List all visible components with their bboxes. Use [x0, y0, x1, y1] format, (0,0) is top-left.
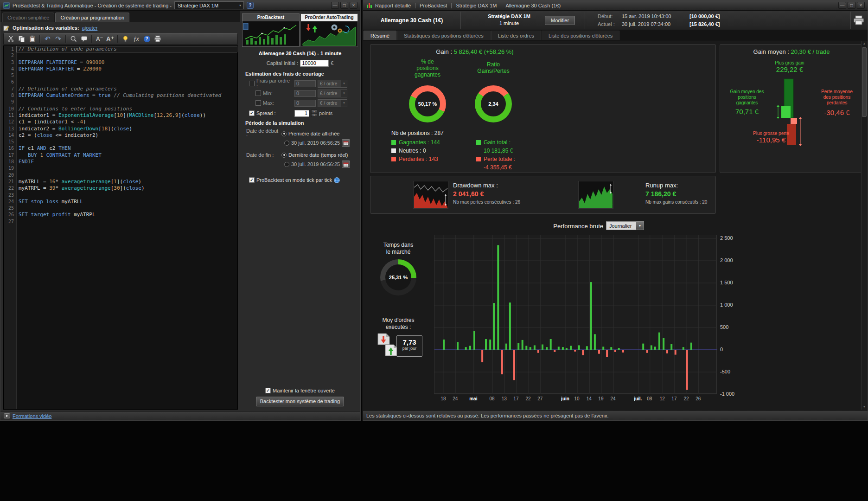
scrollbar-thumb[interactable] — [862, 47, 867, 117]
code-line[interactable]: 27 — [4, 218, 237, 225]
fee-min-unit-select[interactable]: € / ordre▼ — [318, 90, 347, 97]
code-line[interactable]: 21myATRLL = 16* averagetruerange[1](clos… — [4, 179, 237, 185]
scroll-down-icon[interactable]: ▼ — [862, 404, 867, 410]
code-line[interactable]: 22myATRPL = 39* averagetruerange[30](clo… — [4, 185, 237, 192]
perf-bar — [562, 347, 564, 350]
end-last-date-radio[interactable] — [281, 153, 287, 158]
search-icon[interactable] — [69, 34, 78, 43]
code-line[interactable]: 17 BUY 1 CONTRACT AT MARKET — [4, 152, 237, 159]
report-header: Allemagne 30 Cash (1€) Stratégie DAX 1M … — [363, 11, 868, 30]
end-custom-date-radio[interactable] — [284, 162, 289, 167]
code-line[interactable]: 7// Definition of code parameters — [4, 86, 237, 92]
maximize-button[interactable]: □ — [340, 2, 348, 9]
x-axis-label: 10 — [574, 396, 580, 401]
start-custom-date-radio[interactable] — [284, 141, 289, 146]
code-line[interactable]: 1// Definition of code parameters — [4, 46, 237, 52]
font-decrease-icon[interactable]: A⁻ — [95, 34, 104, 43]
fee-max-unit-select[interactable]: € / ordre▼ — [318, 99, 347, 107]
code-line[interactable]: 25 — [4, 205, 237, 212]
code-line[interactable]: 13indicator2 = BollingerDown[18](close) — [4, 126, 237, 132]
code-line[interactable]: 2 — [4, 52, 237, 59]
tab-probacktest[interactable]: ProBacktest — [242, 13, 300, 47]
strategy-selector[interactable]: Stratégie DAX 1M ▼ — [174, 1, 244, 9]
perf-bar — [574, 350, 576, 352]
maximize-button[interactable]: □ — [848, 2, 855, 9]
code-line[interactable]: 23 — [4, 192, 237, 199]
red-square-icon — [391, 157, 396, 161]
minimize-button[interactable]: — — [838, 2, 846, 9]
video-trainings-link[interactable]: Formations vidéo — [13, 413, 51, 419]
code-line[interactable]: 8DEFPARAM CumulateOrders = true // Cumul… — [4, 92, 237, 99]
spread-stepper[interactable]: ▲▼ — [311, 109, 317, 117]
start-calendar-button[interactable] — [342, 139, 350, 147]
print-icon[interactable] — [153, 34, 162, 43]
add-variable-link[interactable]: ajouter — [82, 25, 98, 31]
close-button[interactable]: × — [857, 2, 865, 9]
vertical-scrollbar[interactable]: ▲ ▼ — [861, 41, 867, 410]
keep-open-checkbox[interactable]: ✓ — [265, 388, 271, 393]
capital-input[interactable] — [300, 60, 329, 67]
paste-icon[interactable] — [27, 34, 37, 43]
help-icon[interactable]: ? — [142, 34, 152, 43]
spread-input[interactable] — [294, 110, 309, 117]
print-icon[interactable] — [853, 15, 864, 26]
code-area[interactable]: 1// Definition of code parameters23DEFPA… — [3, 45, 238, 410]
hint-icon[interactable] — [121, 34, 130, 43]
comment-icon[interactable] — [79, 34, 89, 43]
close-button[interactable]: × — [350, 2, 357, 9]
code-line[interactable]: 12c1 = (indicator1 < -4) — [4, 119, 237, 125]
editor-titlebar[interactable]: ProBacktest & Trading Automatique - Créa… — [0, 0, 360, 11]
copy-icon[interactable] — [17, 34, 26, 43]
performance-chart[interactable] — [434, 235, 717, 394]
fee-unit-select[interactable]: € / ordre▼ — [318, 80, 347, 88]
tick-mode-checkbox[interactable]: ✓ — [249, 177, 255, 183]
code-line[interactable]: 9 — [4, 99, 237, 105]
modify-button[interactable]: Modifier — [545, 16, 575, 25]
period-dropdown[interactable]: Journalier ▼ — [606, 221, 644, 230]
fee-input[interactable] — [294, 80, 316, 87]
code-line[interactable]: 19 — [4, 165, 237, 172]
scroll-up-icon[interactable]: ▲ — [862, 41, 867, 46]
code-line[interactable]: 3DEFPARAM FLATBEFORE = 090000 — [4, 59, 237, 66]
help-icon[interactable]: ? — [247, 2, 254, 9]
fee-min-checkbox[interactable] — [255, 90, 261, 96]
fee-max-input[interactable] — [294, 100, 316, 107]
fee-max-checkbox[interactable] — [255, 100, 261, 106]
code-line[interactable]: 6 — [4, 79, 237, 85]
code-line[interactable]: 24SET stop loss myATRLL — [4, 199, 237, 205]
code-line[interactable]: 26SET target profit myATRPL — [4, 212, 237, 218]
spread-checkbox[interactable]: ✓ — [249, 110, 255, 116]
code-line[interactable]: 4DEFPARAM FLATAFTER = 220000 — [4, 66, 237, 72]
backtest-button[interactable]: Backtester mon système de trading — [256, 397, 344, 406]
cut-icon[interactable] — [6, 34, 16, 43]
undo-icon[interactable]: ↶ — [43, 34, 52, 43]
code-line[interactable]: 11indicator1 = ExponentialAverage[10](MA… — [4, 112, 237, 119]
tab-liste-positions[interactable]: Liste des positions clôturées — [542, 31, 619, 40]
function-icon[interactable]: ƒx — [131, 34, 141, 43]
code-line[interactable]: 10// Conditions to enter long positions — [4, 106, 237, 112]
tab-proorder[interactable]: ProOrder AutoTrading — [300, 13, 358, 47]
editor-toolbar: ↶ ↷ A⁻ A⁺ ƒx ? — [3, 33, 238, 45]
code-line[interactable]: 5 — [4, 72, 237, 79]
drawdown-label: Drawdown max : — [453, 182, 498, 189]
fee-checkbox[interactable] — [249, 81, 255, 86]
tab-liste-ordres[interactable]: Liste des ordres — [491, 31, 541, 40]
minimize-button[interactable]: — — [331, 2, 339, 9]
font-increase-icon[interactable]: A⁺ — [105, 34, 115, 43]
tab-resume[interactable]: Résumé — [364, 31, 396, 40]
code-line[interactable]: 15 — [4, 139, 237, 145]
report-titlebar[interactable]: Rapport détaillé ProBacktest Stratégie D… — [363, 0, 868, 11]
code-line[interactable]: 16IF c1 AND c2 THEN — [4, 145, 237, 152]
end-calendar-button[interactable] — [342, 161, 350, 168]
start-first-date-radio[interactable] — [281, 131, 287, 136]
redo-icon[interactable]: ↷ — [53, 34, 63, 43]
tab-creation-simplifiee[interactable]: Création simplifiée — [2, 13, 54, 22]
tab-creation-programmation[interactable]: Création par programmation — [55, 13, 129, 22]
loss-total-value: -4 355,45 € — [484, 164, 512, 171]
gain-title: Gain : 5 826,40 € (+58,26 %) — [370, 48, 579, 55]
code-line[interactable]: 18ENDIF — [4, 159, 237, 165]
code-line[interactable]: 20 — [4, 172, 237, 179]
tab-stats-positions[interactable]: Statistiques des positions clôturées — [397, 31, 491, 40]
fee-min-input[interactable] — [294, 90, 316, 97]
code-line[interactable]: 14c2 = (close <= indicator2) — [4, 132, 237, 139]
